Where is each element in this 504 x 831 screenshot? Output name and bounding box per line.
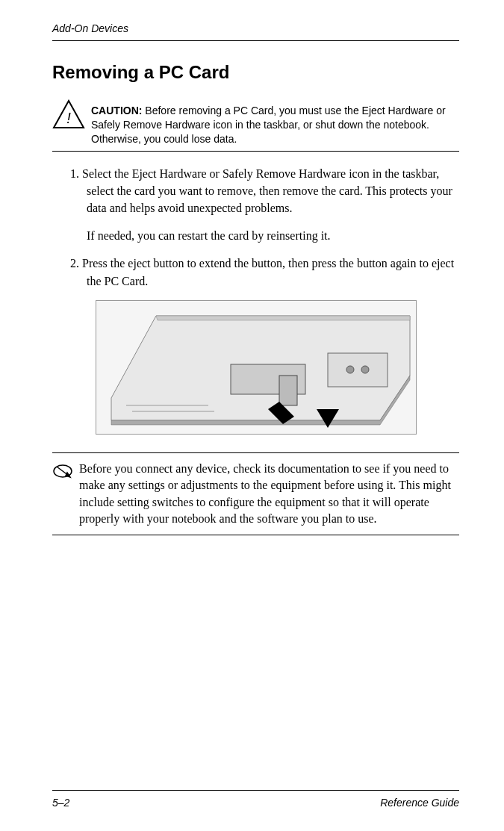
- note-text: Before you connect any device, check its…: [79, 461, 459, 528]
- footer: 5–2 Reference Guide: [52, 790, 459, 809]
- step-2: 2. Press the eject button to extend the …: [70, 255, 459, 289]
- svg-rect-8: [279, 376, 297, 405]
- note-block: Before you connect any device, check its…: [52, 452, 459, 536]
- step-1-note: If needed, you can restart the card by r…: [52, 227, 459, 244]
- step-list-continued: 2. Press the eject button to extend the …: [70, 255, 459, 289]
- svg-point-5: [346, 366, 354, 373]
- caution-label: CAUTION:: [91, 105, 142, 116]
- svg-rect-4: [328, 353, 388, 387]
- page-title: Removing a PC Card: [52, 62, 459, 83]
- caution-rule: [52, 151, 459, 152]
- footer-rule: [52, 790, 459, 791]
- page-number: 5–2: [52, 797, 69, 809]
- caution-body: Before removing a PC Card, you must use …: [91, 105, 446, 145]
- doc-title: Reference Guide: [380, 797, 459, 809]
- step-1: 1. Select the Eject Hardware or Safely R…: [70, 165, 459, 217]
- svg-point-6: [361, 366, 369, 373]
- figure-container: [52, 300, 459, 435]
- caution-triangle-icon: !: [52, 99, 85, 129]
- caution-text: CAUTION: Before removing a PC Card, you …: [91, 99, 459, 146]
- svg-marker-2: [156, 316, 410, 320]
- pencil-note-icon: [52, 462, 75, 479]
- caution-block: ! CAUTION: Before removing a PC Card, yo…: [52, 96, 459, 146]
- header-rule: [52, 40, 459, 41]
- eject-pc-card-figure: [96, 300, 417, 435]
- svg-text:!: !: [66, 110, 71, 126]
- running-header: Add-On Devices: [52, 22, 459, 34]
- step-list: 1. Select the Eject Hardware or Safely R…: [70, 165, 459, 217]
